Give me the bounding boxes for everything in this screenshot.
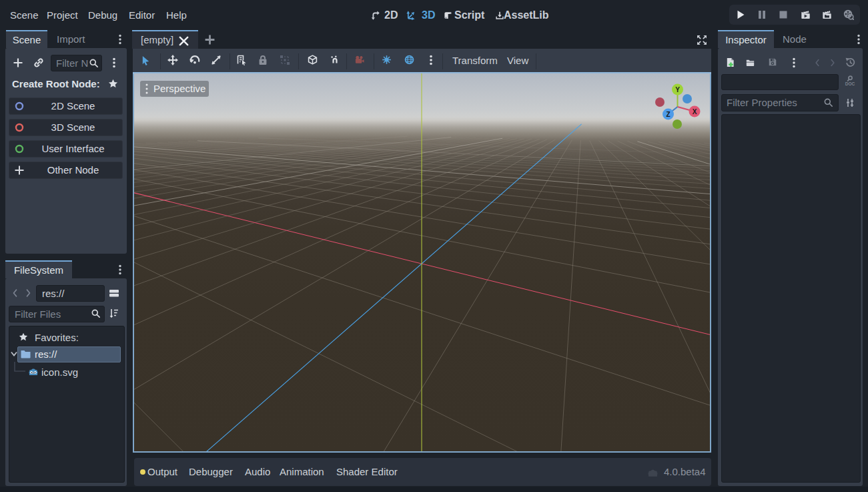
svg-text:DOC: DOC xyxy=(845,81,855,86)
svg-text:X: X xyxy=(693,108,697,115)
svg-text:Y: Y xyxy=(675,86,680,93)
svg-text:Z: Z xyxy=(666,111,670,118)
